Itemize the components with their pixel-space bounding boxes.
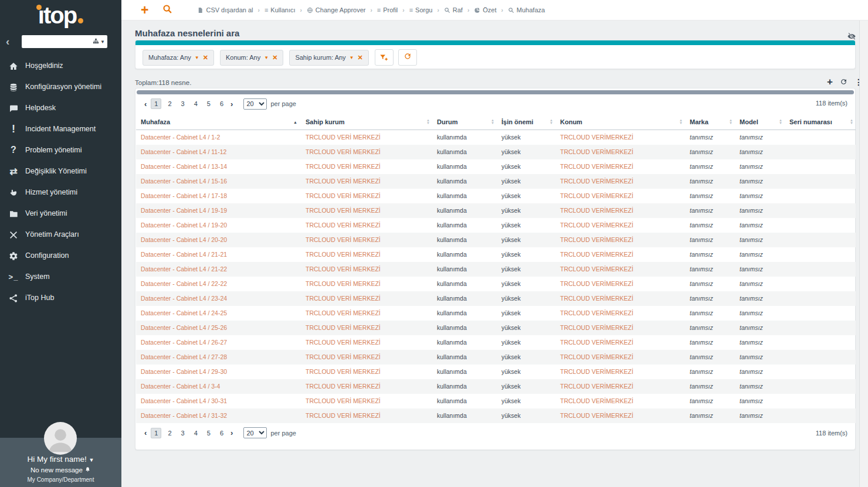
object-link[interactable]: TRCLOUD VERİ MERKEZİ bbox=[306, 265, 381, 273]
horizontal-scrollbar[interactable] bbox=[137, 90, 854, 94]
page-2-button[interactable]: 2 bbox=[165, 428, 174, 438]
page-3-button[interactable]: 3 bbox=[178, 99, 188, 108]
breadcrumb-item-muhafaza[interactable]: Muhafaza bbox=[508, 6, 545, 13]
object-link[interactable]: TRCLOUD VERİMERKEZİ bbox=[560, 397, 633, 404]
object-link[interactable]: Datacenter - Cabinet L4 / 24-25 bbox=[141, 309, 227, 316]
next-page-button[interactable]: › bbox=[230, 428, 233, 437]
global-search-button[interactable] bbox=[162, 4, 172, 16]
object-link[interactable]: TRCLOUD VERİ MERKEZİ bbox=[306, 148, 381, 155]
object-link[interactable]: Datacenter - Cabinet L4 / 13-14 bbox=[141, 163, 227, 170]
object-link[interactable]: Datacenter - Cabinet L4 / 23-24 bbox=[141, 295, 227, 302]
sidebar-item-itop-hub[interactable]: iTop Hub bbox=[0, 287, 121, 308]
chevron-down-icon[interactable]: ▼ bbox=[195, 55, 199, 60]
object-link[interactable]: Datacenter - Cabinet L4 / 3-4 bbox=[141, 383, 220, 390]
notifications[interactable]: No new message bbox=[0, 466, 121, 474]
object-link[interactable]: TRCLOUD VERİMERKEZİ bbox=[560, 163, 633, 170]
object-link[interactable]: TRCLOUD VERİMERKEZİ bbox=[560, 207, 633, 214]
object-link[interactable]: Datacenter - Cabinet L4 / 11-12 bbox=[141, 148, 226, 155]
object-link[interactable]: Datacenter - Cabinet L4 / 21-21 bbox=[141, 251, 227, 258]
object-link[interactable]: Datacenter - Cabinet L4 / 20-20 bbox=[141, 236, 227, 243]
avatar[interactable] bbox=[44, 422, 77, 455]
object-link[interactable]: TRCLOUD VERİMERKEZİ bbox=[560, 222, 633, 229]
column-header-seri-numaras[interactable]: Seri numarası▲▼ bbox=[785, 114, 856, 130]
breadcrumb-item-raf[interactable]: Raf bbox=[444, 6, 463, 13]
column-header-marka[interactable]: Marka▲▼ bbox=[685, 114, 735, 130]
filter-chip-sahip-kurum-any[interactable]: Sahip kurum: Any▼✕ bbox=[289, 50, 368, 66]
object-link[interactable]: Datacenter - Cabinet L4 / 17-18 bbox=[141, 192, 227, 199]
object-link[interactable]: TRCLOUD VERİ MERKEZİ bbox=[306, 339, 381, 346]
sidebar-item-hizmet-y-netimi[interactable]: Hizmet yönetimi bbox=[0, 182, 121, 203]
breadcrumb-item-sorgu[interactable]: ≡Sorgu bbox=[409, 6, 433, 13]
column-header-model[interactable]: Model▲▼ bbox=[735, 114, 785, 130]
user-greeting[interactable]: Hi My first name! ▼ bbox=[0, 455, 121, 464]
page-4-button[interactable]: 4 bbox=[191, 99, 201, 108]
sidebar-item-incident-management[interactable]: !Incident Management bbox=[0, 118, 121, 139]
object-link[interactable]: Datacenter - Cabinet L4 / 19-20 bbox=[141, 222, 227, 229]
sidebar-item-de-i-iklik-y-netimi[interactable]: ⇄Değişiklik Yönetimi bbox=[0, 161, 121, 182]
page-scrollbar-track[interactable] bbox=[859, 21, 868, 487]
object-link[interactable]: TRCLOUD VERİMERKEZİ bbox=[560, 134, 633, 141]
object-link[interactable]: Datacenter - Cabinet L4 / 1-2 bbox=[141, 134, 220, 141]
page-2-button[interactable]: 2 bbox=[165, 99, 174, 108]
object-link[interactable]: TRCLOUD VERİ MERKEZİ bbox=[306, 163, 381, 170]
object-link[interactable]: TRCLOUD VERİMERKEZİ bbox=[560, 383, 633, 390]
sidebar-item-veri-y-netimi[interactable]: Veri yönetimi bbox=[0, 203, 121, 224]
object-link[interactable]: TRCLOUD VERİMERKEZİ bbox=[560, 353, 633, 360]
object-link[interactable]: TRCLOUD VERİMERKEZİ bbox=[560, 192, 633, 199]
remove-filter-icon[interactable]: ✕ bbox=[358, 54, 363, 62]
object-link[interactable]: TRCLOUD VERİMERKEZİ bbox=[560, 295, 633, 302]
page-6-button[interactable]: 6 bbox=[217, 99, 226, 108]
remove-filter-icon[interactable]: ✕ bbox=[203, 54, 208, 62]
page-5-button[interactable]: 5 bbox=[204, 99, 213, 108]
column-header-sahip-kurum[interactable]: Sahip kurum▲▼ bbox=[301, 114, 432, 130]
filter-chip-muhafaza-any[interactable]: Muhafaza: Any▼✕ bbox=[143, 50, 214, 66]
object-link[interactable]: TRCLOUD VERİMERKEZİ bbox=[560, 309, 633, 316]
sidebar-item-konfig-rasyon-y-netimi[interactable]: Konfigürasyon yönetimi bbox=[0, 76, 121, 97]
sidebar-collapse-button[interactable]: ‹ bbox=[6, 35, 9, 48]
object-link[interactable]: TRCLOUD VERİMERKEZİ bbox=[560, 339, 633, 346]
object-link[interactable]: TRCLOUD VERİ MERKEZİ bbox=[306, 353, 381, 360]
search-scope-caret-icon[interactable]: ▼ bbox=[100, 39, 105, 45]
object-link[interactable]: TRCLOUD VERİMERKEZİ bbox=[560, 412, 633, 419]
page-1-button[interactable]: 1 bbox=[151, 428, 161, 438]
next-page-button[interactable]: › bbox=[230, 100, 233, 108]
object-link[interactable]: Datacenter - Cabinet L4 / 29-30 bbox=[141, 368, 227, 375]
quick-create-button[interactable]: + bbox=[141, 4, 148, 17]
column-header-durum[interactable]: Durum▲▼ bbox=[432, 114, 497, 130]
refresh-list-button[interactable] bbox=[840, 78, 847, 86]
object-link[interactable]: TRCLOUD VERİ MERKEZİ bbox=[306, 236, 381, 243]
breadcrumb-item-change-approver[interactable]: Change Approver bbox=[307, 6, 366, 13]
sidebar-item-problem-y-netimi[interactable]: ?Problem yönetimi bbox=[0, 139, 121, 161]
sidebar-item-configuration[interactable]: Configuration bbox=[0, 245, 121, 266]
sidebar-item-ho-geldiniz[interactable]: Hoşgeldiniz bbox=[0, 55, 121, 76]
remove-filter-icon[interactable]: ✕ bbox=[272, 54, 277, 62]
object-link[interactable]: TRCLOUD VERİ MERKEZİ bbox=[306, 134, 381, 141]
page-1-button[interactable]: 1 bbox=[151, 98, 161, 109]
column-header-muhafaza[interactable]: Muhafaza▲ bbox=[136, 114, 301, 130]
object-link[interactable]: Datacenter - Cabinet L4 / 27-28 bbox=[141, 353, 227, 360]
per-page-select[interactable]: 20 bbox=[243, 98, 267, 110]
object-link[interactable]: TRCLOUD VERİ MERKEZİ bbox=[306, 324, 381, 331]
prev-page-button[interactable]: ‹ bbox=[144, 100, 147, 108]
object-link[interactable]: Datacenter - Cabinet L4 / 15-16 bbox=[141, 178, 227, 185]
object-link[interactable]: TRCLOUD VERİMERKEZİ bbox=[560, 236, 633, 243]
add-object-button[interactable]: + bbox=[827, 77, 833, 87]
object-link[interactable]: TRCLOUD VERİ MERKEZİ bbox=[306, 383, 381, 390]
object-link[interactable]: Datacenter - Cabinet L4 / 26-27 bbox=[141, 339, 227, 346]
object-link[interactable]: Datacenter - Cabinet L4 / 21-22 bbox=[141, 265, 227, 273]
object-link[interactable]: TRCLOUD VERİMERKEZİ bbox=[560, 178, 633, 185]
object-link[interactable]: Datacenter - Cabinet L4 / 30-31 bbox=[141, 397, 227, 404]
breadcrumb-item-profil[interactable]: ≡Profil bbox=[377, 6, 398, 13]
object-link[interactable]: TRCLOUD VERİMERKEZİ bbox=[560, 280, 633, 287]
object-link[interactable]: TRCLOUD VERİ MERKEZİ bbox=[306, 222, 381, 229]
add-criteria-button[interactable] bbox=[375, 49, 394, 66]
object-link[interactable]: TRCLOUD VERİMERKEZİ bbox=[560, 324, 633, 331]
breadcrumb-item-csv-d-ardan-al[interactable]: CSV dışardan al bbox=[197, 6, 253, 13]
page-3-button[interactable]: 3 bbox=[178, 428, 188, 438]
column-header-konum[interactable]: Konum▲▼ bbox=[555, 114, 685, 130]
object-link[interactable]: TRCLOUD VERİ MERKEZİ bbox=[306, 397, 381, 404]
prev-page-button[interactable]: ‹ bbox=[144, 428, 147, 437]
object-link[interactable]: TRCLOUD VERİ MERKEZİ bbox=[306, 280, 381, 287]
page-5-button[interactable]: 5 bbox=[204, 428, 213, 438]
sidebar-item-y-netim-ara-lar[interactable]: Yönetim Araçları bbox=[0, 224, 121, 245]
